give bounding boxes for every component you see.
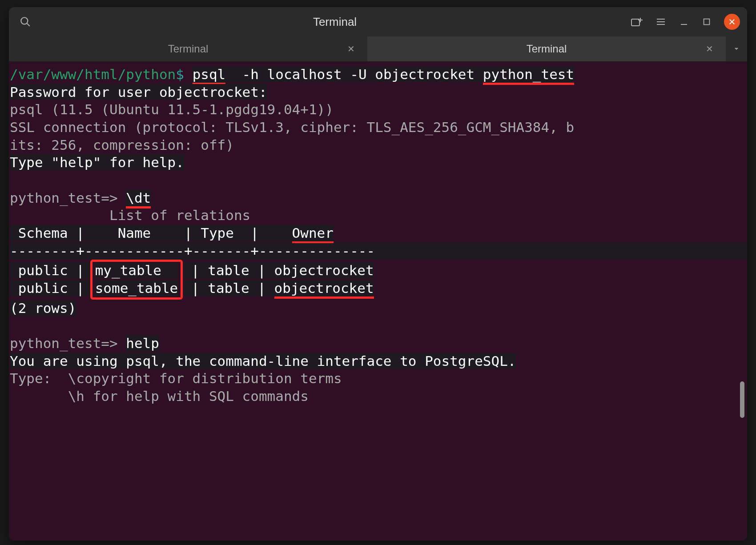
cmd-flags: -h localhost -U objectrocket bbox=[225, 66, 483, 82]
tab-terminal-1[interactable]: Terminal ✕ bbox=[9, 36, 367, 61]
rows-count: (2 rows) bbox=[10, 300, 747, 317]
terminal-body[interactable]: /var/www/html/python$ psql -h localhost … bbox=[9, 61, 747, 541]
close-tab-icon[interactable]: ✕ bbox=[706, 44, 713, 54]
prompt-path: /var/www/html/python bbox=[10, 66, 176, 82]
row2-owner: objectrocket bbox=[274, 280, 374, 299]
new-tab-icon[interactable] bbox=[631, 16, 643, 27]
table-row: public | my_table | table | objectrocket bbox=[10, 260, 747, 280]
terminal-line: /var/www/html/python$ psql -h localhost … bbox=[10, 66, 747, 84]
red-box-bottom: some_table bbox=[90, 280, 183, 300]
terminal-line: Type "help" for help. bbox=[10, 154, 747, 172]
terminal-line: SSL connection (protocol: TLSv1.3, ciphe… bbox=[10, 119, 747, 136]
terminal-line: psql (11.5 (Ubuntu 11.5-1.pgdg19.04+1)) bbox=[10, 101, 747, 119]
terminal-line: You are using psql, the command-line int… bbox=[10, 353, 747, 370]
tab-bar: Terminal ✕ Terminal ✕ bbox=[9, 36, 747, 61]
cmd-psql: psql bbox=[193, 66, 226, 85]
close-tab-icon[interactable]: ✕ bbox=[347, 44, 355, 54]
svg-rect-9 bbox=[704, 19, 710, 25]
cmd-dt: \dt bbox=[126, 190, 151, 208]
row2-name: some_table bbox=[95, 280, 178, 296]
tab-terminal-2[interactable]: Terminal ✕ bbox=[367, 36, 726, 61]
search-icon[interactable] bbox=[20, 16, 31, 28]
tab-label: Terminal bbox=[527, 43, 567, 55]
hamburger-menu-icon[interactable] bbox=[655, 16, 666, 27]
prompt-symbol: $ bbox=[176, 66, 184, 82]
terminal-line bbox=[10, 317, 747, 335]
terminal-line: Password for user objectrocket: bbox=[10, 84, 747, 101]
terminal-line: \h for help with SQL commands bbox=[10, 388, 747, 405]
terminal-line: its: 256, compression: off) bbox=[10, 136, 747, 154]
cmd-help: help bbox=[126, 335, 159, 351]
table-divider: --------+------------+-------+----------… bbox=[10, 242, 747, 260]
svg-point-0 bbox=[21, 17, 28, 24]
terminal-line: python_test=> help bbox=[10, 335, 747, 353]
table-row: public | some_table | table | objectrock… bbox=[10, 280, 747, 300]
tab-label: Terminal bbox=[168, 43, 209, 55]
minimize-button[interactable] bbox=[679, 16, 689, 27]
svg-line-1 bbox=[27, 24, 30, 26]
table-header: Schema | Name | Type | Owner bbox=[10, 224, 747, 242]
tab-dropdown-button[interactable] bbox=[726, 36, 747, 61]
red-box-top: my_table bbox=[90, 260, 183, 280]
terminal-line: python_test=> \dt bbox=[10, 189, 747, 207]
scrollbar-thumb[interactable] bbox=[740, 381, 744, 418]
close-button[interactable] bbox=[724, 14, 740, 30]
window-title: Terminal bbox=[39, 15, 631, 29]
relations-title: List of relations bbox=[10, 207, 747, 224]
row1-name: my_table bbox=[95, 262, 178, 278]
maximize-button[interactable] bbox=[702, 17, 712, 27]
terminal-line: Type: \copyright for distribution terms bbox=[10, 370, 747, 388]
title-bar: Terminal bbox=[9, 7, 747, 36]
terminal-line bbox=[10, 172, 747, 189]
terminal-window: Terminal bbox=[9, 7, 747, 541]
header-owner: Owner bbox=[292, 225, 334, 243]
cmd-dbname: python_test bbox=[483, 66, 574, 85]
